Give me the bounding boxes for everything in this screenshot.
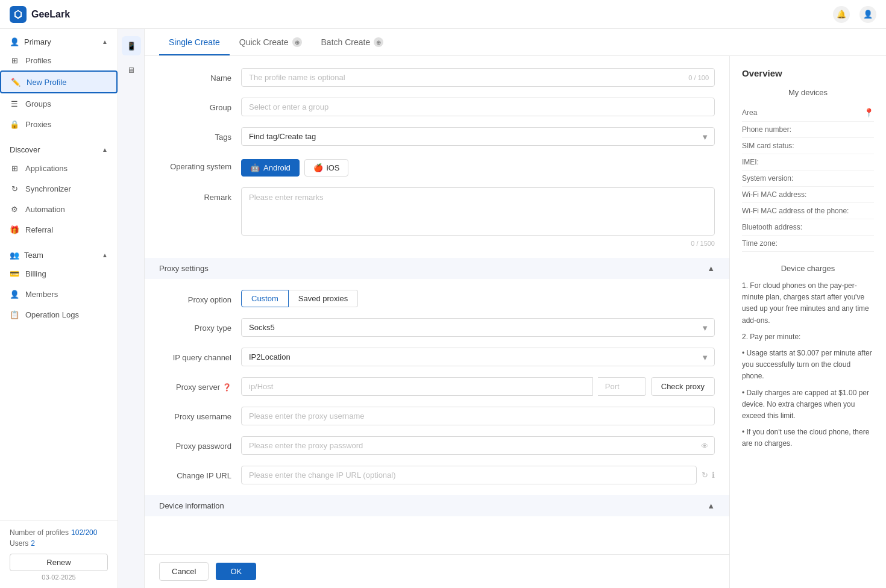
proxy-server-input-row: Check proxy [241,377,715,396]
change-ip-row: Change IP URL ↻ ℹ [159,466,715,484]
brand-name: GeeLark [31,9,70,20]
brand-logo: GeeLark [10,6,70,23]
check-proxy-button[interactable]: Check proxy [651,377,715,396]
custom-proxy-btn[interactable]: Custom [241,290,289,307]
timezone-label: Time zone: [742,239,778,248]
proxy-server-help-icon[interactable]: ❓ [222,383,231,393]
ip-query-select[interactable]: IP2Location [241,348,715,366]
remark-label: Remark [159,187,231,203]
sidebar-primary-header[interactable]: 👤 Primary ▲ [0,31,118,50]
change-ip-control: ↻ ℹ [241,466,715,484]
sidebar-item-groups[interactable]: ☰ Groups [0,93,118,114]
bluetooth-label: Bluetooth address: [742,223,802,231]
phone-number-row: Phone number: [742,122,874,138]
proxy-type-select[interactable]: Socks5 [241,318,715,337]
area-label: Area [742,108,757,117]
device-area-row: Area 📍 [742,104,874,122]
charges-text: 1. For cloud phones on the pay-per-minut… [742,280,874,449]
remark-textarea[interactable] [241,187,715,236]
discover-chevron-icon: ▲ [102,146,108,153]
sidebar-item-proxies[interactable]: 🔒 Proxies [0,114,118,134]
wifi-mac-label: Wi-Fi MAC address: [742,190,806,199]
area-location-icon: 📍 [864,108,874,117]
mobile-view-icon[interactable]: 📱 [122,36,141,55]
password-eye-icon[interactable]: 👁 [701,441,709,450]
sidebar-item-automation[interactable]: ⚙ Automation [0,199,118,219]
proxy-password-wrap: 👁 [241,436,715,455]
sidebar-discover-label: Discover [10,145,40,154]
charge-note-3: • Usage starts at $0.007 per minute afte… [742,348,874,383]
my-devices-label: My devices [742,88,874,97]
sidebar-team-section: 👥 Team ▲ 💳 Billing 👤 Members 📋 Operation… [0,242,118,327]
saved-proxies-btn[interactable]: Saved proxies [289,290,358,307]
ok-button[interactable]: OK [216,563,256,580]
refresh-icon[interactable]: ↻ [702,471,708,480]
renew-button[interactable]: Renew [10,554,108,571]
sidebar-item-members[interactable]: 👤 Members [0,284,118,304]
os-label: Operating system [159,157,231,172]
change-ip-help-icon[interactable]: ℹ [712,471,715,480]
device-info-list: Area 📍 Phone number: SIM card status: IM… [742,104,874,252]
billing-icon: 💳 [10,269,19,278]
proxy-password-label: Proxy password [159,436,231,452]
remark-row: Remark 0 / 1500 [159,187,715,247]
proxy-username-input[interactable] [241,407,715,425]
automation-icon: ⚙ [10,204,19,214]
profiles-icon: ⊞ [10,55,19,65]
proxy-password-input[interactable] [241,436,715,455]
name-input[interactable] [241,68,715,87]
wifi-mac-phone-label: Wi-Fi MAC address of the phone: [742,207,849,215]
cancel-button[interactable]: Cancel [159,562,209,581]
device-info-collapse-icon[interactable]: ▲ [707,501,715,510]
tags-select[interactable]: Find tag/Create tag [241,127,715,146]
group-input[interactable] [241,98,715,116]
proxy-type-row: Proxy type Socks5 ▼ [159,318,715,337]
sidebar-item-referral[interactable]: 🎁 Referral [0,219,118,240]
charge-note-5: • If you don't use the cloud phone, ther… [742,427,874,449]
tab-batch-create[interactable]: Batch Create ⊕ [312,29,394,55]
sidebar-item-operation-logs[interactable]: 📋 Operation Logs [0,304,118,325]
desktop-view-icon[interactable]: 🖥 [122,60,141,80]
proxy-username-row: Proxy username [159,407,715,425]
user-icon[interactable]: 👤 [859,6,876,23]
sidebar-item-billing[interactable]: 💳 Billing [0,263,118,284]
group-row: Group [159,98,715,116]
ios-btn[interactable]: 🍎 iOS [304,159,349,177]
ip-query-row: IP query channel IP2Location ▼ [159,348,715,366]
sidebar-item-synchronizer[interactable]: ↻ Synchronizer [0,178,118,199]
group-control [241,98,715,116]
proxy-option-row: Proxy option Custom Saved proxies [159,290,715,307]
proxy-host-input[interactable] [241,377,593,396]
proxy-server-label: Proxy server ❓ [159,377,231,393]
notification-icon[interactable]: 🔔 [833,6,850,23]
sidebar-item-applications[interactable]: ⊞ Applications [0,158,118,178]
group-label: Group [159,98,231,113]
form-scroll-area: Name 0 / 100 Group [145,56,729,554]
tab-quick-create[interactable]: Quick Create ⊕ [230,29,312,55]
proxies-icon: 🔒 [10,119,19,129]
sidebar-item-profiles[interactable]: ⊞ Profiles [0,50,118,70]
sidebar-primary-section: 👤 Primary ▲ ⊞ Profiles ✏️ New Profile ☰ … [0,29,118,137]
change-ip-input-row: ↻ ℹ [241,466,715,484]
remark-control: 0 / 1500 [241,187,715,247]
name-control: 0 / 100 [241,68,715,87]
sidebar-item-new-profile[interactable]: ✏️ New Profile [0,70,118,93]
sidebar-date: 03-02-2025 [10,574,108,581]
sidebar-discover-header[interactable]: Discover ▲ [0,139,118,158]
sidebar-team-label: 👥 Team [10,251,43,260]
charge-note-1: 1. For cloud phones on the pay-per-minut… [742,280,874,327]
proxy-port-input[interactable] [598,377,646,396]
proxy-password-row: Proxy password 👁 [159,436,715,455]
team-chevron-icon: ▲ [102,252,108,258]
wifi-mac-row: Wi-Fi MAC address: [742,187,874,203]
icon-panel: 📱 🖥 [118,29,145,588]
sidebar-team-header[interactable]: 👥 Team ▲ [0,245,118,263]
proxy-settings-collapse-icon[interactable]: ▲ [707,264,715,273]
proxy-option-label: Proxy option [159,290,231,305]
device-charges-section: Device charges 1. For cloud phones on th… [742,264,874,449]
android-icon: 🤖 [250,163,260,172]
proxy-username-control [241,407,715,425]
android-btn[interactable]: 🤖 Android [241,159,300,177]
tab-single-create[interactable]: Single Create [159,29,230,55]
change-ip-input[interactable] [241,466,697,484]
